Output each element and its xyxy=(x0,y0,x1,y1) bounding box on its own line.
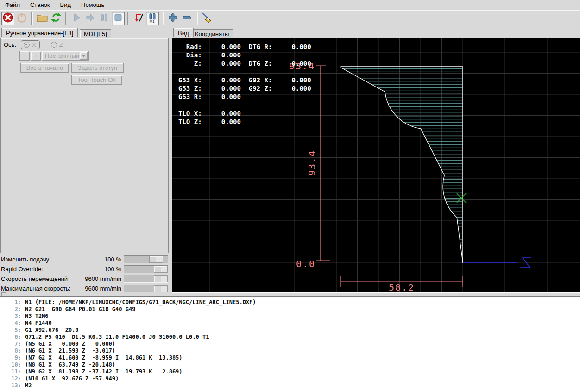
open-file-button[interactable] xyxy=(36,12,49,25)
gcode-line-text: G1 X92.676 Z0.0 xyxy=(25,327,79,334)
gcode-line-text: (N7 G2 X 41.600 Z -8.959 I 14.861 K 13.3… xyxy=(25,355,183,361)
part-profile-outline xyxy=(341,67,463,263)
axis-radio-x[interactable]: X xyxy=(21,40,40,49)
gcode-line[interactable]: 12:(N10 G1 X 92.676 Z -57.949) xyxy=(0,375,580,382)
gcode-line-number: 7: xyxy=(0,341,21,348)
dro-line: Z: 0.000 DTG Z: 0.000 xyxy=(178,59,311,68)
backplot-preview[interactable]: 93.4 93.4 0.0 58.2 Rad: 0.000 DTG R: 0.0… xyxy=(172,38,580,292)
feed-override-row: Изменить подачу: 100 % xyxy=(0,255,170,264)
gcode-line-number: 11: xyxy=(0,368,21,375)
gcode-line-text: N1 (FILE: /HOME/NKP/LINUXCNC/CONFIGS/G71… xyxy=(25,299,256,306)
gcode-line[interactable]: 1:N1 (FILE: /HOME/NKP/LINUXCNC/CONFIGS/G… xyxy=(0,299,580,306)
step-program-button[interactable] xyxy=(84,12,97,25)
rapid-override-label: Rapid Override: xyxy=(0,266,79,273)
slider-handle[interactable] xyxy=(154,266,168,273)
dro-line: G53 Z: 0.000 G92 Z: 0.000 xyxy=(178,84,311,93)
tab-preview[interactable]: Вид xyxy=(173,28,194,37)
broom-icon xyxy=(201,12,213,25)
zoom-in-button[interactable] xyxy=(166,12,179,25)
dim-height-label: 93.4 xyxy=(306,150,317,176)
tab-mdi[interactable]: MDI [F5] xyxy=(80,29,111,38)
reload-file-button[interactable] xyxy=(50,12,63,25)
toolbar-separator xyxy=(196,12,198,25)
power-icon xyxy=(16,12,27,25)
menu-help[interactable]: Помощь xyxy=(76,0,109,9)
gcode-line-number: 1: xyxy=(0,299,21,306)
machine-power-button[interactable] xyxy=(15,12,28,25)
tab-dro[interactable]: Координаты xyxy=(191,29,233,38)
gcode-line[interactable]: 6:G71.2 P5 Q10 D1.5 K0.3 I1.0 F1400.0 J0… xyxy=(0,334,580,341)
gcode-line[interactable]: 2:N2 G21 G90 G64 P0.01 G18 G40 G49 xyxy=(0,306,580,313)
tab-dro-label: Координаты xyxy=(195,31,229,37)
gcode-listing[interactable]: 1:N1 (FILE: /HOME/NKP/LINUXCNC/CONFIGS/G… xyxy=(0,296,580,392)
gcode-line[interactable]: 3:N3 T2M6 xyxy=(0,313,580,320)
clear-plot-button[interactable] xyxy=(201,12,214,25)
dro-line: Rad: 0.000 DTG R: 0.000 xyxy=(178,43,311,51)
tool-touch-off-button[interactable]: Tool Touch Off xyxy=(71,75,122,85)
tab-manual-control[interactable]: Ручное управление-[F3] xyxy=(1,28,78,37)
gcode-line-number: 6: xyxy=(0,334,21,341)
plus-icon xyxy=(167,12,179,25)
open-folder-icon xyxy=(36,12,48,25)
max-velocity-slider[interactable] xyxy=(124,285,168,292)
gcode-line-number: 2: xyxy=(0,306,21,313)
axis-label: Ось: xyxy=(4,41,16,48)
svg-text:M1: M1 xyxy=(150,19,155,24)
gcode-line-number: 12: xyxy=(0,375,21,382)
axis-z-label: Z xyxy=(59,41,63,48)
gcode-line[interactable]: 13:M2 xyxy=(0,382,580,389)
slider-handle[interactable] xyxy=(149,256,163,263)
max-velocity-label: Максимальная скорость: xyxy=(0,285,79,292)
gcode-line[interactable]: 9:(N7 G2 X 41.600 Z -8.959 I 14.861 K 13… xyxy=(0,355,580,361)
linuxcnc-axis-window: Файл Станок Вид Помощь xyxy=(0,0,580,392)
gcode-line-text: (N6 G1 X 21.593 Z -3.017) xyxy=(25,348,115,355)
dim-zero-label: 0.0 xyxy=(296,258,315,269)
menu-machine[interactable]: Станок xyxy=(25,0,55,9)
dro-line: TLO X: 0.000 xyxy=(178,109,311,118)
stop-program-button[interactable] xyxy=(112,12,125,25)
slider-handle[interactable] xyxy=(154,285,168,292)
toolbar-separator xyxy=(31,12,33,25)
gcode-line[interactable]: 7:(N5 G1 X 0.000 Z 0.000) xyxy=(0,341,580,348)
jog-minus-button[interactable]: - xyxy=(19,51,30,61)
jog-speed-slider[interactable] xyxy=(124,275,168,283)
gcode-line-number: 3: xyxy=(0,313,21,320)
gcode-line[interactable]: 5:G1 X92.676 Z0.0 xyxy=(0,327,580,334)
step-arrow-icon xyxy=(85,12,96,25)
run-program-button[interactable] xyxy=(70,12,83,25)
estop-button[interactable] xyxy=(1,12,14,25)
menu-file[interactable]: Файл xyxy=(0,0,25,9)
skip-lines-button[interactable] xyxy=(132,12,145,25)
gcode-line-text: (N10 G1 X 92.676 Z -57.949) xyxy=(25,375,119,382)
feed-override-slider[interactable] xyxy=(124,255,168,263)
gcode-line-number: 8: xyxy=(0,348,21,355)
gcode-line-number: 13: xyxy=(0,382,21,389)
home-all-button[interactable]: Все в начало xyxy=(20,63,69,73)
gcode-line-text: (N8 G1 X 63.749 Z -20.148) xyxy=(25,361,115,368)
optional-pause-m1-button[interactable]: M1 xyxy=(146,12,159,25)
jog-plus-button[interactable]: + xyxy=(31,51,41,61)
toolbar: M1 xyxy=(0,10,580,26)
slider-handle[interactable] xyxy=(154,275,168,282)
pause-program-button[interactable] xyxy=(98,12,111,25)
radio-indicator-icon xyxy=(51,42,57,48)
axis-radio-z[interactable]: Z xyxy=(51,41,63,48)
set-offset-button[interactable]: Задать отступ xyxy=(71,63,124,73)
rapid-override-slider[interactable] xyxy=(124,265,168,273)
gcode-line-text: M2 xyxy=(25,382,32,389)
jog-speed-value: 9600 mm/min xyxy=(79,275,121,282)
gcode-line[interactable]: 8:(N6 G1 X 21.593 Z -3.017) xyxy=(0,348,580,355)
axis-x-label: X xyxy=(32,41,36,48)
gcode-line[interactable]: 11:(N9 G2 X 81.198 Z -37.142 I 19.793 K … xyxy=(0,368,580,375)
gcode-line[interactable]: 10:(N8 G1 X 63.749 Z -20.148) xyxy=(0,361,580,368)
chevron-down-icon: ▼ xyxy=(80,52,88,60)
menu-view[interactable]: Вид xyxy=(55,0,76,9)
gcode-line-text: G71.2 P5 Q10 D1.5 K0.3 I1.0 F1400.0 J0 S… xyxy=(25,334,209,341)
max-velocity-value: 9600 mm/min xyxy=(79,285,121,292)
gcode-line-text: (N5 G1 X 0.000 Z 0.000) xyxy=(25,341,115,348)
jog-mode-select[interactable]: Постоянный ▼ xyxy=(42,51,89,61)
reload-icon xyxy=(50,12,62,25)
max-velocity-row: Максимальная скорость: 9600 mm/min xyxy=(0,284,170,293)
zoom-out-button[interactable] xyxy=(180,12,193,25)
gcode-line[interactable]: 4:N4 F1440 xyxy=(0,320,580,327)
